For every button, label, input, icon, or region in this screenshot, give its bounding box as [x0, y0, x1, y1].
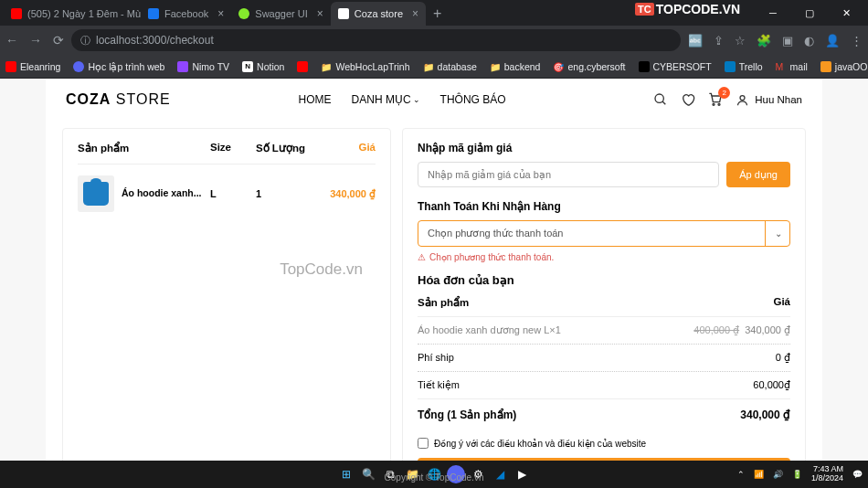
- svg-point-0: [655, 94, 663, 102]
- inv-save-label: Tiết kiệm: [418, 379, 460, 391]
- close-icon[interactable]: ×: [217, 7, 224, 20]
- clock[interactable]: 7:43 AM 1/8/2024: [811, 465, 843, 483]
- search-icon[interactable]: [653, 92, 668, 107]
- extension-icon[interactable]: ◐: [804, 34, 814, 48]
- start-button[interactable]: ⊞: [337, 465, 355, 483]
- bookmark-item[interactable]: javaOOP: [820, 61, 868, 72]
- battery-icon[interactable]: 🔋: [792, 470, 802, 479]
- extension-icon[interactable]: ▣: [782, 34, 793, 48]
- menu-icon[interactable]: ⋮: [851, 34, 863, 48]
- site-icon: [338, 8, 349, 19]
- translate-icon[interactable]: 🔤: [688, 34, 703, 48]
- cart-icon[interactable]: 2: [708, 92, 723, 107]
- task-view-button[interactable]: ⧉: [381, 465, 399, 483]
- cart-badge: 2: [718, 87, 730, 99]
- inv-total-label: Tổng (1 Sản phẩm): [418, 408, 516, 421]
- maximize-button[interactable]: ▢: [791, 0, 828, 26]
- share-icon[interactable]: ⇪: [714, 34, 724, 48]
- nav-notifications[interactable]: THÔNG BÁO: [440, 93, 506, 106]
- bookmark-item[interactable]: eng.cybersoft: [553, 61, 625, 72]
- site-logo[interactable]: COZA STORE: [66, 91, 171, 108]
- product-price: 340,000 ₫: [329, 188, 376, 200]
- bookmark-folder[interactable]: database: [423, 61, 477, 72]
- tab-label: Coza store: [355, 8, 403, 19]
- url-input[interactable]: ⓘ localhost:3000/checkout: [71, 29, 681, 51]
- page-content: COZA STORE HOME DANH MỤC⌄ THÔNG BÁO 2: [0, 79, 868, 461]
- terms-text: Đồng ý với các điều khoản và điều kiện c…: [434, 439, 646, 449]
- discount-input[interactable]: [418, 162, 719, 187]
- wishlist-icon[interactable]: [681, 92, 695, 107]
- bookmark-item[interactable]: [297, 61, 308, 72]
- extension-icon[interactable]: 🧩: [757, 34, 771, 48]
- browser-tab[interactable]: (505) 2 Ngày 1 Đêm - Mùa... ×: [4, 2, 141, 26]
- chrome-icon[interactable]: 🌐: [425, 465, 443, 483]
- reload-button[interactable]: ⟳: [53, 33, 64, 48]
- col-product: Sản phẩm: [78, 142, 210, 154]
- search-button[interactable]: 🔍: [359, 465, 377, 483]
- svg-point-4: [740, 95, 745, 100]
- bookmark-icon[interactable]: ☆: [735, 34, 746, 48]
- bookmark-folder[interactable]: backend: [490, 61, 541, 72]
- terms-checkbox[interactable]: [418, 438, 429, 449]
- user-icon: [736, 93, 749, 107]
- wifi-icon[interactable]: 📶: [754, 470, 764, 479]
- product-size: L: [210, 188, 256, 199]
- explorer-icon[interactable]: 📁: [403, 465, 421, 483]
- terms-checkbox-row[interactable]: Đồng ý với các điều khoản và điều kiện c…: [418, 429, 790, 458]
- browser-tab[interactable]: Facebook ×: [141, 2, 231, 26]
- bookmark-item[interactable]: Mmail: [776, 61, 808, 72]
- forward-button[interactable]: →: [29, 33, 42, 48]
- bookmark-folder[interactable]: WebHocLapTrinh: [321, 61, 409, 72]
- swagger-icon: [238, 8, 249, 19]
- invoice-title: Hóa đơn của bạn: [418, 273, 790, 287]
- cart-row: Áo hoodie xanh... L 1 340,000 ₫: [78, 164, 376, 223]
- product-name: Áo hoodie xanh...: [122, 187, 202, 200]
- minimize-button[interactable]: ─: [755, 0, 791, 26]
- inv-save-value: 60,000₫: [753, 379, 790, 391]
- payment-select[interactable]: Chọn phương thức thanh toán: [418, 220, 790, 247]
- close-window-button[interactable]: ✕: [828, 0, 864, 26]
- facebook-icon: [148, 8, 159, 19]
- user-menu[interactable]: Huu Nhan: [736, 93, 802, 107]
- new-tab-button[interactable]: +: [426, 2, 449, 26]
- notifications-icon[interactable]: 💬: [852, 470, 863, 479]
- chevron-down-icon: ⌄: [413, 95, 420, 104]
- volume-icon[interactable]: 🔊: [773, 470, 783, 479]
- bookmark-item[interactable]: CYBERSOFT: [639, 61, 712, 72]
- svg-point-3: [718, 103, 720, 105]
- cart-panel: Sản phẩm Size Số Lượng Giá Áo hoodie xan…: [62, 128, 391, 461]
- app-icon[interactable]: [447, 465, 465, 483]
- bookmark-item[interactable]: NNotion: [242, 61, 284, 72]
- product-qty: 1: [256, 188, 329, 199]
- close-icon[interactable]: ×: [317, 7, 323, 20]
- youtube-icon: [11, 8, 22, 19]
- inv-ship-label: Phí ship: [418, 352, 454, 364]
- app-icon[interactable]: ⚙: [469, 465, 487, 483]
- tab-label: Swagger UI: [255, 8, 307, 19]
- bookmark-item[interactable]: Eleanring: [5, 61, 60, 72]
- product-image[interactable]: [78, 175, 114, 212]
- close-icon[interactable]: ×: [412, 7, 418, 20]
- app-icon[interactable]: ▶: [513, 465, 531, 483]
- inv-head-product: Sản phẩm: [418, 296, 469, 309]
- bookmark-item[interactable]: Trello: [725, 61, 763, 72]
- col-qty: Số Lượng: [256, 142, 329, 154]
- bookmark-item[interactable]: Học lập trình web: [73, 61, 164, 72]
- inv-head-price: Giá: [773, 296, 790, 309]
- profile-icon[interactable]: 👤: [825, 34, 840, 48]
- discount-label: Nhập mã giảm giá: [418, 142, 790, 154]
- col-size: Size: [210, 142, 256, 154]
- back-button[interactable]: ←: [5, 33, 18, 48]
- apply-button[interactable]: Áp dụng: [726, 162, 790, 187]
- tray-chevron-icon[interactable]: ⌃: [737, 470, 745, 479]
- inv-line-item: Áo hoodie xanh dương new L×1: [418, 324, 561, 336]
- nav-category[interactable]: DANH MỤC⌄: [352, 93, 420, 106]
- site-header: COZA STORE HOME DANH MỤC⌄ THÔNG BÁO 2: [46, 79, 822, 121]
- browser-tab[interactable]: Swagger UI ×: [231, 2, 331, 26]
- nav-home[interactable]: HOME: [299, 93, 332, 106]
- vscode-icon[interactable]: ◢: [491, 465, 509, 483]
- bookmark-item[interactable]: Nimo TV: [177, 61, 229, 72]
- browser-tab-active[interactable]: Coza store ×: [331, 2, 426, 26]
- tab-label: (505) 2 Ngày 1 Đêm - Mùa...: [27, 8, 141, 19]
- payment-error: ⚠ Chọn phương thức thanh toán.: [418, 252, 790, 262]
